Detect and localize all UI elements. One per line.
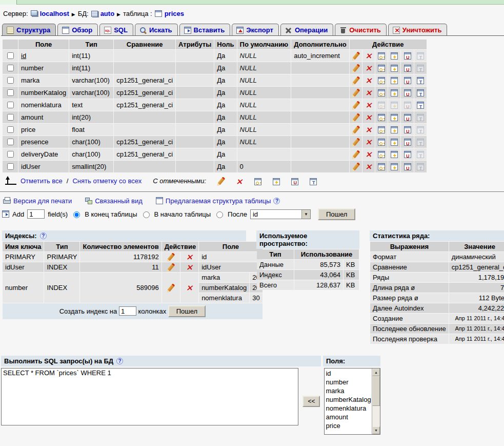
unique-icon[interactable] xyxy=(401,74,413,86)
edit-icon[interactable] xyxy=(162,252,180,262)
edit-icon[interactable] xyxy=(162,262,180,272)
row-checkbox[interactable] xyxy=(7,102,14,108)
edit-icon[interactable] xyxy=(350,62,362,74)
primary-icon[interactable] xyxy=(375,111,388,123)
unique-icon[interactable] xyxy=(401,50,413,62)
radio-after[interactable] xyxy=(216,211,223,218)
check-all-link[interactable]: Отметить все xyxy=(21,177,63,185)
uncheck-all-link[interactable]: Снять отметку со всех xyxy=(72,177,142,185)
scroll-up-icon[interactable]: ▲ xyxy=(372,369,380,376)
field-option[interactable]: number xyxy=(326,378,372,386)
add-field-count-input[interactable] xyxy=(27,209,45,219)
add-field-go-button[interactable]: Пошел xyxy=(318,208,355,220)
drop-icon[interactable] xyxy=(180,252,198,262)
tab-drop[interactable]: Уничтожить xyxy=(388,24,448,35)
fulltext-icon[interactable] xyxy=(414,99,427,111)
drop-icon[interactable] xyxy=(362,111,375,123)
row-checkbox[interactable] xyxy=(7,114,14,121)
fulltext-icon[interactable] xyxy=(414,87,427,99)
field-option[interactable]: price xyxy=(326,421,372,430)
create-index-go-button[interactable]: Пошел xyxy=(168,305,206,317)
radio-at-end[interactable] xyxy=(73,211,80,218)
unique-icon[interactable] xyxy=(401,161,413,172)
edit-icon[interactable] xyxy=(350,124,362,135)
primary-icon[interactable] xyxy=(254,177,261,185)
scrollbar-thumb[interactable] xyxy=(372,376,380,406)
drop-icon[interactable] xyxy=(362,99,375,111)
unique-icon[interactable] xyxy=(401,136,413,148)
row-checkbox[interactable] xyxy=(7,52,14,59)
relation-view-link[interactable]: Связанный вид xyxy=(85,197,143,205)
tab-insert[interactable]: Вставить xyxy=(179,24,231,35)
unique-icon[interactable] xyxy=(401,62,413,74)
primary-icon[interactable] xyxy=(375,50,388,62)
breadcrumb-server-link[interactable]: localhost xyxy=(40,10,69,17)
fulltext-icon[interactable] xyxy=(310,177,317,185)
radio-at-begin[interactable] xyxy=(143,211,150,218)
drop-icon[interactable] xyxy=(180,262,198,272)
primary-icon[interactable] xyxy=(375,62,388,74)
edit-icon[interactable] xyxy=(350,111,362,123)
row-checkbox[interactable] xyxy=(7,65,14,71)
index-icon[interactable] xyxy=(388,62,400,74)
scroll-down-icon[interactable]: ▼ xyxy=(372,426,380,434)
unique-icon[interactable] xyxy=(401,148,413,160)
index-icon[interactable] xyxy=(388,148,400,160)
tab-empty[interactable]: Очистить xyxy=(335,24,387,35)
edit-icon[interactable] xyxy=(350,161,362,172)
field-option[interactable]: numberKatalog xyxy=(326,395,372,404)
help-icon[interactable]: ? xyxy=(116,358,123,364)
create-index-count-input[interactable] xyxy=(119,306,136,316)
row-checkbox[interactable] xyxy=(7,126,14,133)
field-option[interactable]: id xyxy=(326,369,372,378)
help-icon[interactable]: ? xyxy=(40,232,47,239)
drop-icon[interactable] xyxy=(362,161,375,172)
breadcrumb-db-link[interactable]: auto xyxy=(100,10,114,17)
index-icon[interactable] xyxy=(388,50,400,62)
row-checkbox[interactable] xyxy=(7,139,14,145)
row-checkbox[interactable] xyxy=(7,89,14,96)
insert-fields-button[interactable]: << xyxy=(303,396,320,407)
unique-icon[interactable] xyxy=(401,111,413,123)
drop-icon[interactable] xyxy=(180,273,198,303)
primary-icon[interactable] xyxy=(375,161,388,172)
help-icon[interactable]: ? xyxy=(273,198,280,204)
tab-search[interactable]: Искать xyxy=(135,24,178,35)
drop-icon[interactable] xyxy=(236,177,243,185)
after-field-select[interactable]: id ▼ xyxy=(250,209,311,219)
index-icon[interactable] xyxy=(388,161,400,172)
drop-icon[interactable] xyxy=(362,50,375,62)
drop-icon[interactable] xyxy=(362,62,375,74)
edit-icon[interactable] xyxy=(217,177,225,185)
primary-icon[interactable] xyxy=(375,136,388,148)
edit-icon[interactable] xyxy=(162,273,180,303)
index-icon[interactable] xyxy=(388,111,400,123)
index-icon[interactable] xyxy=(388,87,400,99)
row-checkbox[interactable] xyxy=(7,151,14,158)
index-icon[interactable] xyxy=(388,124,400,135)
drop-icon[interactable] xyxy=(362,74,375,86)
primary-icon[interactable] xyxy=(375,74,388,86)
field-option[interactable]: nomenklatura xyxy=(326,404,372,413)
primary-icon[interactable] xyxy=(375,148,388,160)
row-checkbox[interactable] xyxy=(7,163,14,170)
sql-query-textarea[interactable] xyxy=(1,368,298,425)
tab-sql[interactable]: SQL xyxy=(99,24,133,35)
row-checkbox[interactable] xyxy=(7,77,14,84)
primary-icon[interactable] xyxy=(375,124,388,135)
scrollbar-track[interactable] xyxy=(372,406,380,426)
index-icon[interactable] xyxy=(273,177,280,185)
field-option[interactable]: marka xyxy=(326,386,372,395)
index-icon[interactable] xyxy=(388,74,400,86)
edit-icon[interactable] xyxy=(350,87,362,99)
primary-icon[interactable] xyxy=(375,87,388,99)
drop-icon[interactable] xyxy=(362,136,375,148)
breadcrumb-table-link[interactable]: prices xyxy=(165,10,184,17)
tab-structure[interactable]: Структура xyxy=(2,24,56,35)
tab-operations[interactable]: Операции xyxy=(280,24,333,35)
unique-icon[interactable] xyxy=(401,87,413,99)
edit-icon[interactable] xyxy=(350,148,362,160)
drop-icon[interactable] xyxy=(362,124,375,135)
field-option[interactable]: amount xyxy=(326,413,372,421)
propose-structure-link[interactable]: Предлагаемая структура таблицы ? xyxy=(156,197,280,205)
